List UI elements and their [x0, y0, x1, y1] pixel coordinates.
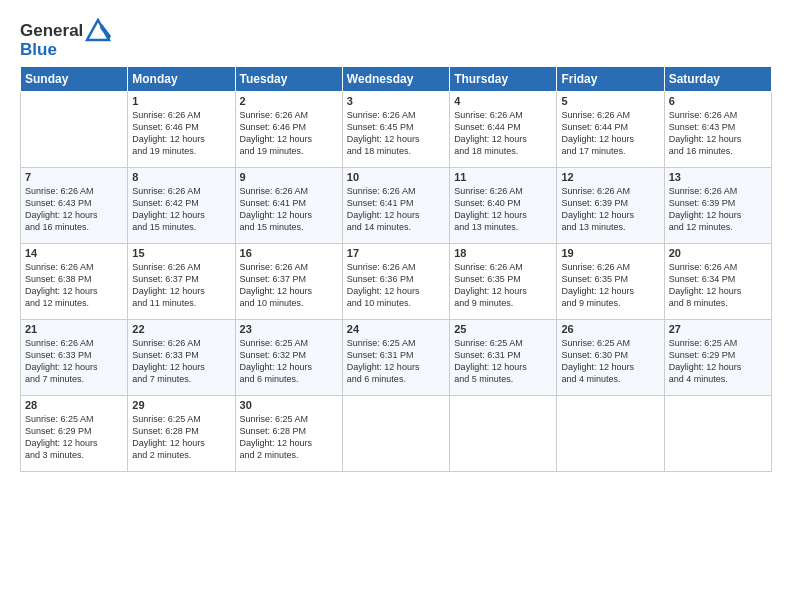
- calendar-cell: 2Sunrise: 6:26 AM Sunset: 6:46 PM Daylig…: [235, 92, 342, 168]
- day-number: 15: [132, 247, 230, 259]
- col-header-monday: Monday: [128, 67, 235, 92]
- day-info: Sunrise: 6:25 AM Sunset: 6:31 PM Dayligh…: [347, 337, 445, 386]
- calendar-cell: 27Sunrise: 6:25 AM Sunset: 6:29 PM Dayli…: [664, 320, 771, 396]
- day-number: 11: [454, 171, 552, 183]
- day-info: Sunrise: 6:26 AM Sunset: 6:41 PM Dayligh…: [347, 185, 445, 234]
- day-number: 26: [561, 323, 659, 335]
- day-info: Sunrise: 6:26 AM Sunset: 6:41 PM Dayligh…: [240, 185, 338, 234]
- day-info: Sunrise: 6:26 AM Sunset: 6:42 PM Dayligh…: [132, 185, 230, 234]
- day-info: Sunrise: 6:26 AM Sunset: 6:43 PM Dayligh…: [25, 185, 123, 234]
- day-number: 5: [561, 95, 659, 107]
- day-info: Sunrise: 6:26 AM Sunset: 6:44 PM Dayligh…: [561, 109, 659, 158]
- day-info: Sunrise: 6:25 AM Sunset: 6:31 PM Dayligh…: [454, 337, 552, 386]
- calendar-cell: 3Sunrise: 6:26 AM Sunset: 6:45 PM Daylig…: [342, 92, 449, 168]
- col-header-thursday: Thursday: [450, 67, 557, 92]
- day-number: 24: [347, 323, 445, 335]
- day-number: 8: [132, 171, 230, 183]
- col-header-tuesday: Tuesday: [235, 67, 342, 92]
- day-number: 20: [669, 247, 767, 259]
- day-info: Sunrise: 6:26 AM Sunset: 6:43 PM Dayligh…: [669, 109, 767, 158]
- calendar-cell: 29Sunrise: 6:25 AM Sunset: 6:28 PM Dayli…: [128, 396, 235, 472]
- col-header-sunday: Sunday: [21, 67, 128, 92]
- logo-icon: [85, 18, 111, 44]
- calendar-cell: 5Sunrise: 6:26 AM Sunset: 6:44 PM Daylig…: [557, 92, 664, 168]
- day-info: Sunrise: 6:26 AM Sunset: 6:46 PM Dayligh…: [132, 109, 230, 158]
- day-info: Sunrise: 6:26 AM Sunset: 6:37 PM Dayligh…: [240, 261, 338, 310]
- day-number: 12: [561, 171, 659, 183]
- day-number: 4: [454, 95, 552, 107]
- day-info: Sunrise: 6:26 AM Sunset: 6:35 PM Dayligh…: [454, 261, 552, 310]
- day-number: 17: [347, 247, 445, 259]
- calendar-cell: 28Sunrise: 6:25 AM Sunset: 6:29 PM Dayli…: [21, 396, 128, 472]
- day-info: Sunrise: 6:25 AM Sunset: 6:32 PM Dayligh…: [240, 337, 338, 386]
- svg-marker-1: [100, 24, 111, 40]
- calendar-cell: [342, 396, 449, 472]
- day-number: 23: [240, 323, 338, 335]
- calendar-cell: 26Sunrise: 6:25 AM Sunset: 6:30 PM Dayli…: [557, 320, 664, 396]
- day-number: 16: [240, 247, 338, 259]
- day-info: Sunrise: 6:26 AM Sunset: 6:39 PM Dayligh…: [669, 185, 767, 234]
- day-number: 14: [25, 247, 123, 259]
- day-info: Sunrise: 6:26 AM Sunset: 6:37 PM Dayligh…: [132, 261, 230, 310]
- calendar-cell: 20Sunrise: 6:26 AM Sunset: 6:34 PM Dayli…: [664, 244, 771, 320]
- day-number: 19: [561, 247, 659, 259]
- day-number: 10: [347, 171, 445, 183]
- header: General Blue: [20, 18, 772, 60]
- calendar-cell: 15Sunrise: 6:26 AM Sunset: 6:37 PM Dayli…: [128, 244, 235, 320]
- calendar-cell: 24Sunrise: 6:25 AM Sunset: 6:31 PM Dayli…: [342, 320, 449, 396]
- calendar-cell: 16Sunrise: 6:26 AM Sunset: 6:37 PM Dayli…: [235, 244, 342, 320]
- calendar-cell: [21, 92, 128, 168]
- day-number: 13: [669, 171, 767, 183]
- day-info: Sunrise: 6:26 AM Sunset: 6:39 PM Dayligh…: [561, 185, 659, 234]
- calendar-cell: 12Sunrise: 6:26 AM Sunset: 6:39 PM Dayli…: [557, 168, 664, 244]
- calendar-cell: 14Sunrise: 6:26 AM Sunset: 6:38 PM Dayli…: [21, 244, 128, 320]
- day-number: 30: [240, 399, 338, 411]
- day-info: Sunrise: 6:26 AM Sunset: 6:44 PM Dayligh…: [454, 109, 552, 158]
- day-number: 27: [669, 323, 767, 335]
- calendar-week-4: 21Sunrise: 6:26 AM Sunset: 6:33 PM Dayli…: [21, 320, 772, 396]
- col-header-wednesday: Wednesday: [342, 67, 449, 92]
- col-header-friday: Friday: [557, 67, 664, 92]
- calendar-cell: 25Sunrise: 6:25 AM Sunset: 6:31 PM Dayli…: [450, 320, 557, 396]
- col-header-saturday: Saturday: [664, 67, 771, 92]
- page: General Blue SundayMondayTuesdayWednesda…: [0, 0, 792, 612]
- day-number: 3: [347, 95, 445, 107]
- calendar-cell: 8Sunrise: 6:26 AM Sunset: 6:42 PM Daylig…: [128, 168, 235, 244]
- calendar-cell: 4Sunrise: 6:26 AM Sunset: 6:44 PM Daylig…: [450, 92, 557, 168]
- day-number: 7: [25, 171, 123, 183]
- logo-general: General: [20, 21, 83, 41]
- calendar-cell: 22Sunrise: 6:26 AM Sunset: 6:33 PM Dayli…: [128, 320, 235, 396]
- day-number: 6: [669, 95, 767, 107]
- day-number: 1: [132, 95, 230, 107]
- calendar-cell: [557, 396, 664, 472]
- day-number: 2: [240, 95, 338, 107]
- calendar-table: SundayMondayTuesdayWednesdayThursdayFrid…: [20, 66, 772, 472]
- calendar-header-row: SundayMondayTuesdayWednesdayThursdayFrid…: [21, 67, 772, 92]
- day-number: 25: [454, 323, 552, 335]
- logo: General Blue: [20, 18, 111, 60]
- calendar-cell: 19Sunrise: 6:26 AM Sunset: 6:35 PM Dayli…: [557, 244, 664, 320]
- day-number: 22: [132, 323, 230, 335]
- calendar-cell: 11Sunrise: 6:26 AM Sunset: 6:40 PM Dayli…: [450, 168, 557, 244]
- day-info: Sunrise: 6:25 AM Sunset: 6:29 PM Dayligh…: [669, 337, 767, 386]
- calendar-cell: 30Sunrise: 6:25 AM Sunset: 6:28 PM Dayli…: [235, 396, 342, 472]
- calendar-cell: 10Sunrise: 6:26 AM Sunset: 6:41 PM Dayli…: [342, 168, 449, 244]
- calendar-week-1: 1Sunrise: 6:26 AM Sunset: 6:46 PM Daylig…: [21, 92, 772, 168]
- calendar-cell: 18Sunrise: 6:26 AM Sunset: 6:35 PM Dayli…: [450, 244, 557, 320]
- day-info: Sunrise: 6:25 AM Sunset: 6:30 PM Dayligh…: [561, 337, 659, 386]
- day-number: 28: [25, 399, 123, 411]
- day-info: Sunrise: 6:25 AM Sunset: 6:29 PM Dayligh…: [25, 413, 123, 462]
- day-info: Sunrise: 6:26 AM Sunset: 6:33 PM Dayligh…: [25, 337, 123, 386]
- day-info: Sunrise: 6:26 AM Sunset: 6:33 PM Dayligh…: [132, 337, 230, 386]
- calendar-cell: 23Sunrise: 6:25 AM Sunset: 6:32 PM Dayli…: [235, 320, 342, 396]
- day-info: Sunrise: 6:26 AM Sunset: 6:45 PM Dayligh…: [347, 109, 445, 158]
- day-number: 18: [454, 247, 552, 259]
- day-info: Sunrise: 6:25 AM Sunset: 6:28 PM Dayligh…: [240, 413, 338, 462]
- day-number: 29: [132, 399, 230, 411]
- day-info: Sunrise: 6:26 AM Sunset: 6:46 PM Dayligh…: [240, 109, 338, 158]
- day-info: Sunrise: 6:25 AM Sunset: 6:28 PM Dayligh…: [132, 413, 230, 462]
- day-info: Sunrise: 6:26 AM Sunset: 6:35 PM Dayligh…: [561, 261, 659, 310]
- calendar-cell: [450, 396, 557, 472]
- calendar-cell: 9Sunrise: 6:26 AM Sunset: 6:41 PM Daylig…: [235, 168, 342, 244]
- calendar-cell: 6Sunrise: 6:26 AM Sunset: 6:43 PM Daylig…: [664, 92, 771, 168]
